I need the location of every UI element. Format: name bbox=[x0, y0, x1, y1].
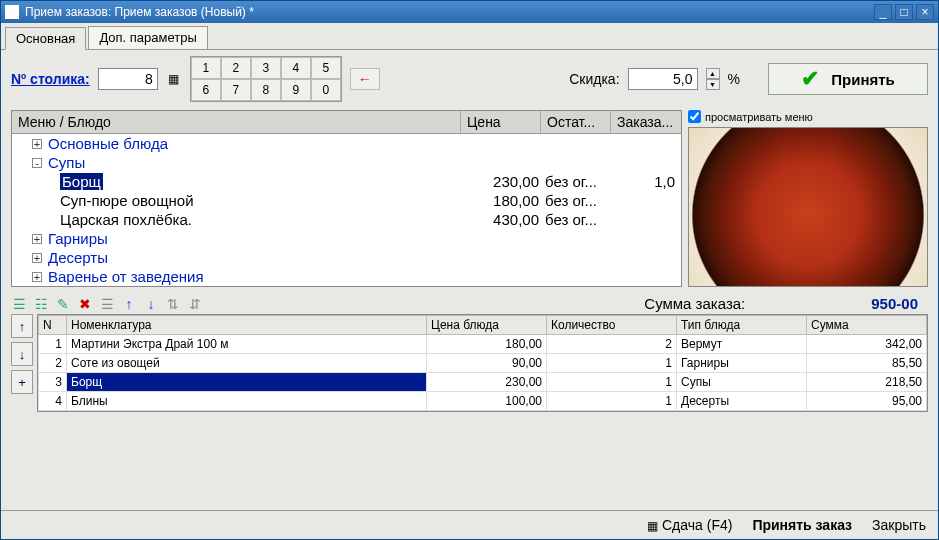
table-row[interactable]: 1Мартини Экстра Драй 100 м180,002Вермут3… bbox=[39, 335, 927, 354]
tree-group[interactable]: +Варенье от заведения bbox=[12, 267, 681, 286]
tree-toggle-icon[interactable]: + bbox=[32, 139, 42, 149]
cell-type: Гарниры bbox=[677, 354, 807, 373]
numpad-5[interactable]: 5 bbox=[311, 57, 341, 79]
minimize-button[interactable]: _ bbox=[874, 4, 892, 20]
tree-price: 430,00 bbox=[465, 211, 545, 228]
discount-up-button[interactable]: ▲ bbox=[706, 68, 720, 79]
maximize-button[interactable]: □ bbox=[895, 4, 913, 20]
numpad-4[interactable]: 4 bbox=[281, 57, 311, 79]
tree-toggle-icon[interactable]: + bbox=[32, 272, 42, 282]
change-icon: ▦ bbox=[647, 519, 658, 533]
row-up-button[interactable]: ↑ bbox=[11, 314, 33, 338]
order-toolbar: ☰ ☷ ✎ ✖ ☰ ↑ ↓ ⇅ ⇵ Сумма заказа: 950-00 bbox=[1, 293, 938, 314]
numpad-0[interactable]: 0 bbox=[311, 79, 341, 101]
accept-label: Принять bbox=[831, 71, 895, 88]
close-button[interactable]: × bbox=[916, 4, 934, 20]
sort-desc-icon[interactable]: ⇵ bbox=[187, 296, 203, 312]
calculator-icon[interactable]: ▦ bbox=[166, 68, 182, 90]
cell-name: Соте из овощей bbox=[67, 354, 427, 373]
tree-order-qty: 1,0 bbox=[615, 173, 675, 190]
copy-row-icon[interactable]: ☷ bbox=[33, 296, 49, 312]
cell-name: Блины bbox=[67, 392, 427, 411]
menu-panel: Меню / Блюдо Цена Остат... Заказа... +Ос… bbox=[11, 110, 682, 287]
tree-item[interactable]: Царская похлёбка.430,00без ог... bbox=[12, 210, 681, 229]
close-footer-button[interactable]: Закрыть bbox=[872, 517, 926, 533]
cell-sum: 218,50 bbox=[807, 373, 927, 392]
tree-label: Десерты bbox=[48, 249, 675, 266]
numpad-8[interactable]: 8 bbox=[251, 79, 281, 101]
accept-button[interactable]: ✔ Принять bbox=[768, 63, 928, 95]
tree-label: Борщ bbox=[60, 173, 465, 190]
edit-row-icon[interactable]: ✎ bbox=[55, 296, 71, 312]
tree-group[interactable]: +Десерты bbox=[12, 248, 681, 267]
order-col-type[interactable]: Тип блюда bbox=[677, 316, 807, 335]
move-up-icon[interactable]: ↑ bbox=[121, 296, 137, 312]
tree-toggle-icon[interactable]: + bbox=[32, 253, 42, 263]
order-col-n[interactable]: N bbox=[39, 316, 67, 335]
discount-label: Скидка: bbox=[569, 71, 619, 87]
tab-main[interactable]: Основная bbox=[5, 27, 86, 50]
cell-n: 1 bbox=[39, 335, 67, 354]
tree-toggle-icon[interactable]: - bbox=[32, 158, 42, 168]
numpad-1[interactable]: 1 bbox=[191, 57, 221, 79]
tabs: Основная Доп. параметры bbox=[1, 23, 938, 50]
accept-order-button[interactable]: Принять заказ bbox=[752, 517, 852, 533]
table-row[interactable]: 2Соте из овощей90,001Гарниры85,50 bbox=[39, 354, 927, 373]
numpad-9[interactable]: 9 bbox=[281, 79, 311, 101]
order-table[interactable]: N Номенклатура Цена блюда Количество Тип… bbox=[37, 314, 928, 412]
tree-price: 230,00 bbox=[465, 173, 545, 190]
tree-group[interactable]: -Супы bbox=[12, 153, 681, 172]
menu-header: Меню / Блюдо Цена Остат... Заказа... bbox=[12, 111, 681, 134]
order-col-sum[interactable]: Сумма bbox=[807, 316, 927, 335]
tree-stock: без ог... bbox=[545, 192, 615, 209]
menu-header-name[interactable]: Меню / Блюдо bbox=[12, 111, 461, 133]
tab-extra[interactable]: Доп. параметры bbox=[88, 26, 207, 49]
cell-n: 2 bbox=[39, 354, 67, 373]
cell-price: 100,00 bbox=[427, 392, 547, 411]
percent-label: % bbox=[728, 71, 740, 87]
titlebar: Прием заказов: Прием заказов (Новый) * _… bbox=[1, 1, 938, 23]
window: Прием заказов: Прием заказов (Новый) * _… bbox=[0, 0, 939, 540]
check-icon: ✔ bbox=[801, 66, 819, 92]
move-down-icon[interactable]: ↓ bbox=[143, 296, 159, 312]
tree-label: Супы bbox=[48, 154, 675, 171]
menu-header-price[interactable]: Цена bbox=[461, 111, 541, 133]
discount-input[interactable] bbox=[628, 68, 698, 90]
tree-group[interactable]: +Основные блюда bbox=[12, 134, 681, 153]
order-col-qty[interactable]: Количество bbox=[547, 316, 677, 335]
tree-item[interactable]: Борщ230,00без ог...1,0 bbox=[12, 172, 681, 191]
refresh-icon[interactable]: ☰ bbox=[99, 296, 115, 312]
order-sum-label: Сумма заказа: bbox=[644, 295, 745, 312]
table-row[interactable]: 3Борщ230,001Супы218,50 bbox=[39, 373, 927, 392]
table-row[interactable]: 4Блины100,001Десерты95,00 bbox=[39, 392, 927, 411]
backspace-button[interactable]: ← bbox=[350, 68, 380, 90]
row-down-button[interactable]: ↓ bbox=[11, 342, 33, 366]
cell-sum: 95,00 bbox=[807, 392, 927, 411]
numpad-6[interactable]: 6 bbox=[191, 79, 221, 101]
numpad-2[interactable]: 2 bbox=[221, 57, 251, 79]
sort-asc-icon[interactable]: ⇅ bbox=[165, 296, 181, 312]
tree-item[interactable]: Суп-пюре овощной180,00без ог... bbox=[12, 191, 681, 210]
table-number-input[interactable] bbox=[98, 68, 158, 90]
menu-header-stock[interactable]: Остат... bbox=[541, 111, 611, 133]
menu-header-order[interactable]: Заказа... bbox=[611, 111, 681, 133]
preview-checkbox-input[interactable] bbox=[688, 110, 701, 123]
change-button[interactable]: ▦ Сдача (F4) bbox=[647, 517, 732, 533]
add-row-icon[interactable]: ☰ bbox=[11, 296, 27, 312]
tree-label: Царская похлёбка. bbox=[60, 211, 465, 228]
order-col-price[interactable]: Цена блюда bbox=[427, 316, 547, 335]
row-add-button[interactable]: + bbox=[11, 370, 33, 394]
menu-tree[interactable]: +Основные блюда-СупыБорщ230,00без ог...1… bbox=[12, 134, 681, 286]
delete-row-icon[interactable]: ✖ bbox=[77, 296, 93, 312]
numpad-3[interactable]: 3 bbox=[251, 57, 281, 79]
preview-checkbox[interactable]: просматривать меню bbox=[688, 110, 928, 123]
footer: ▦ Сдача (F4) Принять заказ Закрыть bbox=[1, 510, 938, 539]
tree-group[interactable]: +Гарниры bbox=[12, 229, 681, 248]
cell-type: Вермут bbox=[677, 335, 807, 354]
discount-down-button[interactable]: ▼ bbox=[706, 79, 720, 90]
tree-toggle-icon[interactable]: + bbox=[32, 234, 42, 244]
numpad-7[interactable]: 7 bbox=[221, 79, 251, 101]
preview-panel: просматривать меню bbox=[688, 110, 928, 287]
cell-name: Мартини Экстра Драй 100 м bbox=[67, 335, 427, 354]
order-col-name[interactable]: Номенклатура bbox=[67, 316, 427, 335]
